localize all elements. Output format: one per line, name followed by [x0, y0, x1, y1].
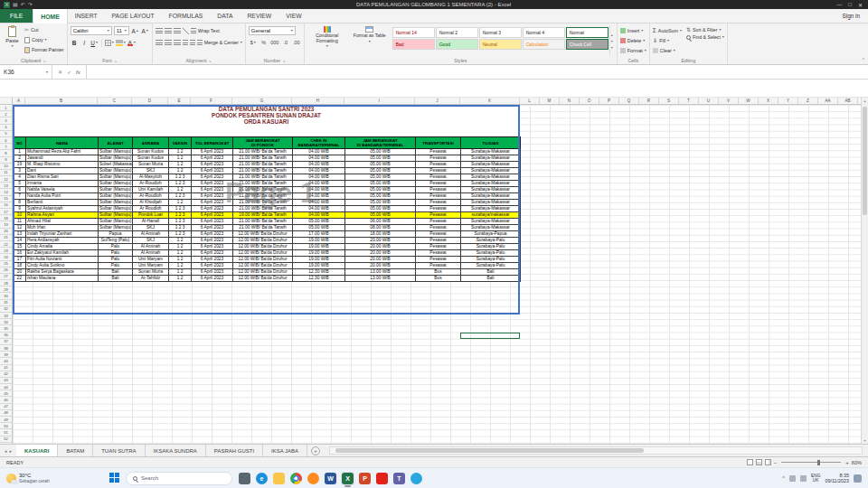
table-cell[interactable]: Cindy Amalia — [26, 244, 99, 250]
table-cell[interactable]: 05.00 WIB — [293, 219, 345, 225]
table-row[interactable]: 2JawandiSulbar (Mamuju)Sunan Kudus1 26 A… — [14, 155, 521, 162]
taskbar-search[interactable]: Search — [126, 472, 232, 485]
table-cell[interactable]: Sulbar (Mamuju) — [99, 193, 133, 200]
table-cell[interactable]: 6 April 2023 — [192, 200, 233, 206]
insert-function-icon[interactable]: fx — [76, 70, 80, 75]
table-cell[interactable]: Sulbar (Mamuju) — [99, 219, 133, 225]
table-cell[interactable]: 6 April 2023 — [192, 181, 233, 187]
table-cell[interactable]: Surabaya-Makassar — [461, 168, 521, 174]
column-header-G[interactable]: G — [232, 98, 292, 104]
table-cell[interactable]: 11 — [14, 219, 26, 225]
cell-style-normal-2[interactable]: Normal 2 — [436, 27, 478, 38]
format-cells-button[interactable]: Format ▾ — [620, 47, 646, 55]
row-header-44[interactable]: 44 — [0, 384, 12, 390]
table-cell[interactable]: 17 — [14, 257, 26, 263]
zoom-level[interactable]: 60% — [852, 460, 862, 465]
table-cell[interactable]: Ar-Roudloh — [133, 193, 169, 200]
table-cell[interactable]: Surabaya-Makassar — [461, 200, 521, 206]
column-header-L[interactable]: L — [520, 98, 540, 104]
table-cell[interactable]: Surabaya-Palu — [461, 238, 521, 244]
table-cell[interactable]: 16 — [14, 250, 26, 257]
table-cell[interactable]: Cindy Aulia Sutikno — [26, 263, 99, 269]
table-cell[interactable]: 6 April 2023 — [192, 231, 233, 238]
table-cell[interactable]: Surabaya-Makassar — [461, 181, 521, 187]
table-cell[interactable]: Pesawat — [416, 238, 461, 244]
table-cell[interactable]: 14 — [14, 238, 26, 244]
table-cell[interactable]: Pesawat — [416, 225, 461, 231]
row-header-29[interactable]: 29 — [0, 286, 12, 293]
row-header-49[interactable]: 49 — [0, 417, 12, 423]
table-cell[interactable]: Surabaya-Makassar — [461, 162, 521, 168]
delete-cells-button[interactable]: Delete ▾ — [620, 37, 646, 45]
row-header-50[interactable]: 50 — [0, 423, 12, 429]
italic-button[interactable]: I — [80, 38, 89, 47]
gallery-up-icon[interactable]: ▴ — [611, 33, 613, 37]
table-cell[interactable]: Rakha Setya Bagaskara — [26, 269, 99, 276]
table-cell[interactable]: 05.00 WIB — [345, 206, 416, 212]
row-header-47[interactable]: 47 — [0, 404, 12, 410]
row-header-6[interactable]: 6 — [0, 137, 12, 144]
table-cell[interactable]: 1 2 — [169, 244, 192, 250]
row-header-31[interactable]: 31 — [0, 300, 12, 306]
zoom-out-button[interactable]: − — [774, 460, 778, 465]
font-family-select[interactable]: Calibri ▾ — [71, 26, 112, 35]
grow-font-button[interactable]: A▴ — [131, 26, 139, 35]
table-cell[interactable]: Bali — [99, 269, 133, 276]
table-cell[interactable]: 1 2 3 — [169, 206, 192, 212]
table-cell[interactable]: Pesawat — [416, 231, 461, 238]
table-cell[interactable]: Surabaya-Makassar — [461, 149, 521, 155]
dialog-launcher-icon[interactable]: ↘ — [282, 59, 285, 63]
column-header-K[interactable]: K — [460, 98, 520, 104]
align-left-icon[interactable] — [156, 40, 163, 45]
table-cell[interactable]: Pesawat — [416, 193, 461, 200]
column-header-M[interactable]: M — [540, 98, 560, 104]
table-cell[interactable]: 12.30 WIB — [293, 269, 345, 276]
table-cell[interactable]: 5 — [14, 181, 26, 187]
column-header-O[interactable]: O — [580, 98, 599, 104]
name-box[interactable]: K36 ▾ — [0, 65, 52, 79]
taskbar-firefox-button[interactable] — [307, 472, 320, 485]
underline-button[interactable]: U▾ — [90, 38, 99, 47]
taskbar-acrobat-button[interactable] — [375, 472, 389, 485]
table-cell[interactable]: 22 — [14, 276, 26, 282]
table-cell[interactable]: 1 2 — [169, 155, 192, 162]
table-cell[interactable]: 08.00 WIB — [345, 225, 416, 231]
table-cell[interactable]: 1 2 — [169, 276, 192, 282]
table-cell[interactable]: Al-Masyitoh — [133, 174, 169, 181]
table-cell[interactable]: 1 2 — [169, 187, 192, 193]
maximize-button[interactable]: □ — [848, 2, 852, 7]
table-cell[interactable]: 1 2 — [169, 269, 192, 276]
table-cell[interactable]: 12.00 WIB/ Ba'da Dzuhur — [233, 257, 293, 263]
table-cell[interactable]: 05.00 WIB — [345, 174, 416, 181]
table-cell[interactable]: Al Aminah — [133, 231, 169, 238]
ribbon-tab-data[interactable]: DATA — [210, 9, 240, 23]
table-cell[interactable]: 13.00 WIB — [345, 269, 416, 276]
minimize-button[interactable]: — — [836, 2, 842, 7]
cell-style-good[interactable]: Good — [436, 39, 478, 50]
row-header-18[interactable]: 18 — [0, 215, 12, 221]
table-cell[interactable]: Al-Hanafi — [133, 219, 169, 225]
row-header-12[interactable]: 12 — [0, 176, 12, 183]
table-cell[interactable]: Surabaya-Makassar — [461, 225, 521, 231]
font-size-select[interactable]: 11 ▾ — [114, 26, 129, 35]
normal-view-button[interactable] — [747, 459, 753, 465]
table-cell[interactable]: Sulbar (Mamuju) — [99, 212, 133, 219]
row-header-25[interactable]: 25 — [0, 261, 12, 267]
top-align-icon[interactable] — [156, 28, 163, 33]
table-cell[interactable]: Pesawat — [416, 174, 461, 181]
table-cell[interactable]: 1 2 3 — [169, 193, 192, 200]
table-cell[interactable]: Umi Maryam — [133, 263, 169, 269]
table-row[interactable]: 5IrmaniaSulbar (Mamuju)Ar-Roudloh1 2 36 … — [14, 181, 521, 187]
table-row[interactable]: 1Muhammad Reza Alqi FahriSulbar (Mamuju)… — [14, 149, 521, 155]
table-row[interactable]: 14Hera ArdiansyahSulTeng (Palu)SKJ1 26 A… — [14, 238, 521, 244]
row-header-10[interactable]: 10 — [0, 164, 12, 170]
cell-style-calculation[interactable]: Calculation — [523, 39, 565, 50]
table-cell[interactable]: 6 April 2023 — [192, 238, 233, 244]
zoom-slider-thumb[interactable] — [817, 460, 820, 465]
table-cell[interactable]: 6 April 2023 — [192, 212, 233, 219]
new-sheet-button[interactable]: + — [311, 446, 320, 455]
table-cell[interactable]: Pesawat — [416, 263, 461, 269]
table-cell[interactable]: Al Aminah — [133, 250, 169, 257]
table-cell[interactable]: Rahma Asyari — [26, 212, 99, 219]
table-cell[interactable]: 19.00 WIB — [293, 250, 345, 257]
